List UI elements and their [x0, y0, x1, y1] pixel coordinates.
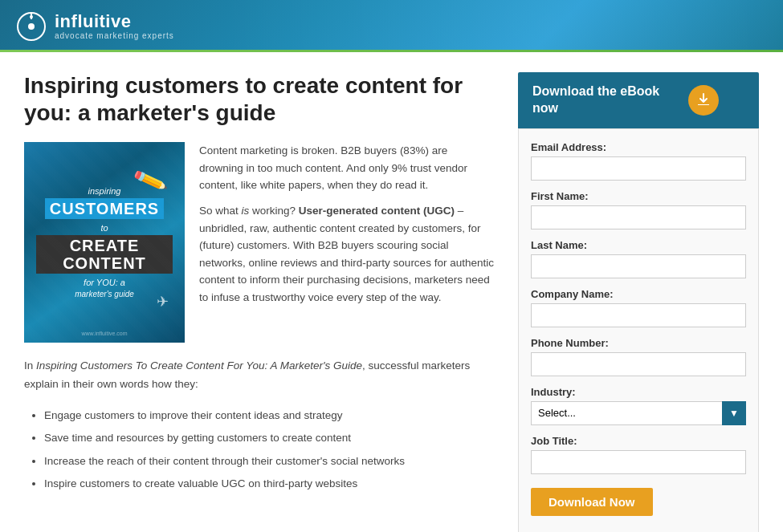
download-now-button[interactable]: Download Now: [531, 488, 653, 516]
download-icon-circle: [688, 85, 719, 116]
firstname-label: First Name:: [531, 190, 746, 202]
company-field-group: Company Name:: [531, 288, 746, 327]
list-item: Save time and resources by getting custo…: [44, 428, 494, 448]
site-header: influitive advocate marketing experts: [0, 0, 783, 52]
ugc-bold-text: User-generated content (UGC): [299, 205, 455, 217]
phone-label: Phone Number:: [531, 337, 746, 349]
intro-paragraph-3: In Inspiring Customers To Create Content…: [24, 357, 494, 394]
intro-paragraph-2: So what is working? User-generated conte…: [199, 202, 494, 307]
book-title-italic: Inspiring Customers To Create Content Fo…: [36, 359, 362, 372]
firstname-input[interactable]: [531, 205, 746, 229]
email-input[interactable]: [531, 156, 746, 181]
header-accent-bar: [0, 50, 783, 52]
logo-area: influitive advocate marketing experts: [16, 11, 174, 42]
svg-point-1: [28, 23, 35, 30]
book-section: ✏️ inspiring CUSTOMERS to CREATE CONTENT…: [24, 142, 494, 343]
ebook-banner-text: Download the eBook now: [532, 83, 688, 117]
email-label: Email Address:: [531, 141, 746, 153]
lastname-field-group: Last Name:: [531, 239, 746, 278]
jobtitle-label: Job Title:: [531, 435, 746, 447]
book-cover: ✏️ inspiring CUSTOMERS to CREATE CONTENT…: [24, 142, 185, 343]
download-arrow-icon: [695, 92, 712, 108]
logo-name: influitive: [55, 12, 174, 31]
lastname-input[interactable]: [531, 254, 746, 278]
phone-input[interactable]: [531, 352, 746, 376]
firstname-field-group: First Name:: [531, 190, 746, 229]
svg-point-3: [30, 15, 33, 18]
list-item: Engage customers to improve their conten…: [44, 406, 494, 425]
lastname-label: Last Name:: [531, 239, 746, 251]
form-panel: Download the eBook now Email Address: Fi…: [518, 72, 759, 532]
company-label: Company Name:: [531, 288, 746, 300]
industry-select[interactable]: Select... Technology Healthcare Finance …: [531, 401, 746, 425]
jobtitle-input[interactable]: [531, 450, 746, 474]
paper-plane-icon: ✈: [157, 293, 169, 311]
download-form: Email Address: First Name: Last Name: Co…: [518, 128, 759, 532]
list-item: Inspire customers to create valuable UGC…: [44, 474, 494, 493]
intro-paragraph-1: Content marketing is broken. B2B buyers …: [199, 142, 494, 194]
logo-tagline: advocate marketing experts: [55, 31, 174, 40]
jobtitle-field-group: Job Title:: [531, 435, 746, 474]
industry-select-wrapper: Select... Technology Healthcare Finance …: [531, 401, 746, 425]
email-field-group: Email Address:: [531, 141, 746, 181]
influitive-logo-icon: [16, 11, 47, 42]
industry-field-group: Industry: Select... Technology Healthcar…: [531, 386, 746, 425]
phone-field-group: Phone Number:: [531, 337, 746, 376]
intro-para2-rest: – unbridled, raw, authentic content crea…: [199, 205, 494, 303]
book-url-text: www.influitive.com: [81, 331, 127, 336]
page-title: Inspiring customers to create content fo…: [24, 72, 494, 126]
content-left: Inspiring customers to create content fo…: [24, 72, 494, 532]
ebook-banner: Download the eBook now: [518, 72, 759, 128]
list-item: Increase the reach of their content thro…: [44, 452, 494, 471]
intro-text-block: Content marketing is broken. B2B buyers …: [199, 142, 494, 343]
bullet-list: Engage customers to improve their conten…: [44, 406, 494, 493]
logo-text: influitive advocate marketing experts: [55, 12, 174, 40]
company-input[interactable]: [531, 303, 746, 327]
main-container: Inspiring customers to create content fo…: [0, 52, 783, 532]
industry-label: Industry:: [531, 386, 746, 398]
